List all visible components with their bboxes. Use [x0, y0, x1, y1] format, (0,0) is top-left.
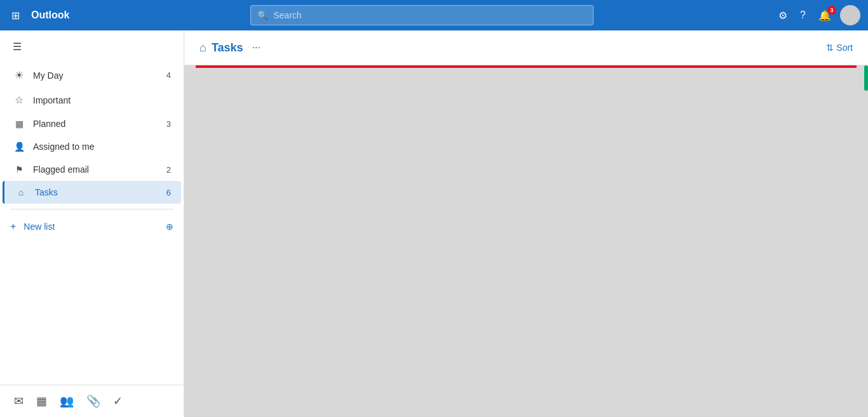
content-panel [184, 65, 868, 417]
flag-icon: ⚑ [13, 164, 25, 175]
scroll-indicator[interactable] [864, 65, 868, 91]
search-input[interactable] [273, 10, 587, 20]
notifications-button[interactable]: 🔔 3 [815, 7, 835, 24]
notification-badge: 3 [827, 6, 836, 15]
sidebar-item-label: My Day [33, 70, 159, 81]
new-list-item[interactable]: + New list ⊕ [0, 215, 184, 239]
sidebar-item-planned[interactable]: ▦ Planned 3 [3, 112, 181, 135]
red-bar [196, 65, 857, 68]
content-header: ⌂ Tasks ··· ⇅ Sort [184, 30, 868, 65]
calendar-icon: ▦ [13, 119, 25, 129]
people-button[interactable]: 👥 [56, 390, 78, 412]
settings-button[interactable]: ⚙ [775, 7, 791, 24]
main-layout: ☰ ☀ My Day 4 ☆ Important ▦ Planned 3 👤 A… [0, 30, 868, 417]
tasks-check-button[interactable]: ✓ [109, 390, 126, 412]
sidebar-item-label: Important [33, 95, 163, 105]
calendar-button[interactable]: ▦ [32, 390, 51, 412]
add-list-icon: ⊕ [166, 222, 173, 232]
app-title: Outlook [31, 10, 69, 21]
sun-icon: ☀ [13, 69, 25, 81]
star-icon: ☆ [13, 94, 25, 106]
topbar-actions: ⚙ ? 🔔 3 [775, 5, 860, 25]
plus-icon: + [10, 221, 16, 232]
search-icon: 🔍 [257, 10, 268, 20]
sidebar-bottom: ✉ ▦ 👥 📎 ✓ [0, 385, 184, 417]
home-icon: ⌂ [15, 187, 27, 197]
avatar[interactable] [840, 5, 860, 25]
search-bar[interactable]: 🔍 [250, 5, 593, 25]
sidebar-item-label: Assigned to me [33, 142, 163, 152]
sort-button[interactable]: ⇅ Sort [826, 43, 853, 53]
mail-button[interactable]: ✉ [10, 390, 27, 412]
sidebar-divider [10, 209, 173, 209]
topbar: ⊞ Outlook 🔍 ⚙ ? 🔔 3 [0, 0, 868, 30]
sidebar-item-label: Flagged email [33, 164, 159, 175]
sidebar-item-label: Planned [33, 119, 159, 129]
sidebar-nav: ☀ My Day 4 ☆ Important ▦ Planned 3 👤 Ass… [0, 63, 184, 385]
content-area: ⌂ Tasks ··· ⇅ Sort [184, 30, 868, 417]
more-options-button[interactable]: ··· [248, 41, 264, 55]
sidebar-item-tasks[interactable]: ⌂ Tasks 6 [3, 181, 181, 204]
person-icon: 👤 [13, 142, 25, 152]
sidebar-item-count: 3 [166, 119, 171, 129]
new-list-label: New list [24, 222, 158, 232]
sidebar-item-label: Tasks [35, 187, 159, 197]
content-title: Tasks [212, 41, 243, 55]
sidebar-item-important[interactable]: ☆ Important [3, 88, 181, 112]
sort-label: Sort [836, 43, 853, 53]
sidebar-item-assigned-to-me[interactable]: 👤 Assigned to me [3, 135, 181, 158]
waffle-button[interactable]: ⊞ [8, 7, 24, 24]
sidebar-item-count: 2 [166, 165, 171, 175]
help-button[interactable]: ? [796, 7, 810, 23]
sidebar-item-count: 6 [166, 188, 171, 197]
sidebar-item-count: 4 [166, 70, 171, 80]
attachments-button[interactable]: 📎 [83, 390, 104, 412]
hamburger-button[interactable]: ☰ [10, 38, 24, 55]
tasks-home-icon: ⌂ [200, 41, 207, 55]
sidebar-top: ☰ [0, 30, 184, 63]
sort-icon: ⇅ [826, 43, 834, 53]
sidebar-item-my-day[interactable]: ☀ My Day 4 [3, 63, 181, 88]
sidebar-item-flagged-email[interactable]: ⚑ Flagged email 2 [3, 158, 181, 181]
sidebar: ☰ ☀ My Day 4 ☆ Important ▦ Planned 3 👤 A… [0, 30, 184, 417]
